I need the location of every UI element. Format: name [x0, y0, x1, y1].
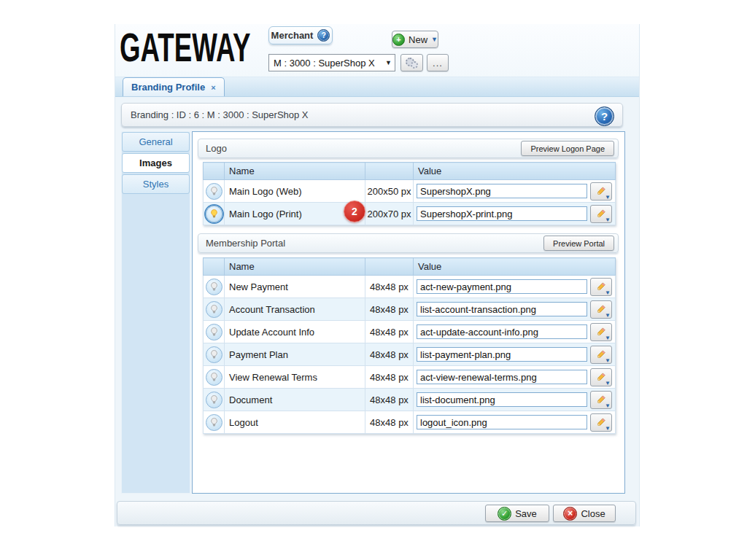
chevron-down-icon: ▼	[605, 402, 611, 409]
image-size: 48x48 px	[365, 321, 414, 343]
preview-portal-button[interactable]: Preview Portal	[543, 236, 614, 251]
more-button[interactable]: ...	[427, 54, 449, 71]
edit-image-button[interactable]: ▼	[590, 391, 612, 409]
image-size: 48x48 px	[365, 343, 414, 366]
edit-image-button[interactable]: ▼	[590, 368, 612, 386]
image-filename-input[interactable]	[417, 347, 587, 362]
tab-close-icon[interactable]: ×	[211, 83, 215, 92]
column-header-value: Value	[414, 258, 616, 276]
edit-image-button[interactable]: ▼	[590, 300, 612, 319]
image-size: 200x70 px	[365, 203, 414, 225]
app-header: GATEWAY Merchant ? + New ▼ M : 3000 : Su…	[115, 24, 639, 77]
edit-image-button[interactable]: ▼	[590, 346, 612, 364]
image-size: 48x48 px	[365, 276, 414, 298]
edit-image-button[interactable]: ▼	[590, 205, 612, 223]
plus-icon: +	[392, 34, 405, 46]
section-title: Membership Portal	[206, 238, 285, 249]
chevron-down-icon: ▼	[605, 312, 611, 319]
chevron-down-icon: ▼	[605, 217, 611, 223]
breadcrumb: Branding : ID : 6 : M : 3000 : SuperShop…	[131, 109, 309, 120]
portal-table: Name Value New Payment 48x48 px ▼	[203, 257, 616, 434]
edit-image-button[interactable]: ▼	[590, 182, 612, 201]
close-button-label: Close	[581, 508, 605, 519]
bulb-icon	[206, 392, 222, 408]
edit-image-button[interactable]: ▼	[590, 323, 612, 341]
chevron-down-icon: ▼	[605, 289, 611, 296]
image-size: 48x48 px	[365, 366, 414, 389]
sidebar-item-general[interactable]: General	[122, 132, 190, 152]
chevron-down-icon: ▼	[605, 357, 611, 364]
column-header-icon	[204, 258, 225, 276]
save-button[interactable]: ✓ Save	[485, 505, 549, 522]
image-filename-input[interactable]	[417, 324, 587, 339]
table-row: New Payment 48x48 px ▼	[204, 276, 616, 298]
new-button[interactable]: + New ▼	[392, 31, 438, 48]
merchant-select[interactable]: M : 3000 : SuperShop X	[268, 54, 395, 71]
preview-logon-page-button[interactable]: Preview Logon Page	[521, 141, 614, 156]
chevron-down-icon: ▼	[605, 194, 611, 201]
close-button[interactable]: × Close	[553, 505, 616, 522]
image-name: View Renewal Terms	[225, 366, 365, 389]
tab-branding-profile[interactable]: Branding Profile ×	[123, 77, 225, 96]
image-filename-input[interactable]	[417, 392, 587, 407]
logo-section-header: Logo Preview Logon Page	[198, 139, 619, 158]
bulb-icon	[206, 414, 222, 431]
image-size: 48x48 px	[365, 389, 414, 411]
chevron-down-icon: ▼	[431, 36, 438, 43]
image-size: 48x48 px	[365, 411, 414, 434]
merchant-select-wrap: M : 3000 : SuperShop X ▼	[268, 54, 395, 71]
logo-table: Name Value Main Logo (Web) 200x50 px ▼	[203, 162, 616, 225]
column-header-icon	[204, 163, 225, 180]
save-button-label: Save	[515, 508, 537, 519]
sidebar-item-styles[interactable]: Styles	[122, 174, 190, 194]
table-header-row: Name Value	[204, 258, 616, 276]
column-header-size	[365, 258, 414, 276]
help-button[interactable]: ?	[595, 106, 614, 126]
image-filename-input[interactable]	[417, 302, 587, 316]
content-panel: Logo Preview Logon Page Name Value Main …	[192, 131, 625, 494]
bulb-icon	[206, 324, 222, 341]
table-row: Main Logo (Web) 200x50 px ▼	[204, 180, 616, 203]
section-title: Logo	[206, 143, 227, 154]
table-row: Update Account Info 48x48 px ▼	[204, 321, 616, 343]
image-name: Update Account Info	[225, 321, 365, 343]
merchant-label: Merchant ?	[268, 26, 333, 44]
image-filename-input[interactable]	[417, 415, 587, 429]
image-name: Main Logo (Web)	[225, 180, 365, 203]
image-filename-input[interactable]	[417, 279, 587, 294]
bulb-icon	[206, 279, 222, 295]
table-row: View Renewal Terms 48x48 px ▼	[204, 366, 616, 389]
image-name: New Payment	[225, 276, 365, 298]
column-header-name: Name	[225, 163, 365, 180]
gateway-logo: GATEWAY	[120, 26, 251, 69]
bulb-on-icon	[206, 206, 222, 222]
edit-image-button[interactable]: ▼	[590, 413, 612, 432]
app-window: GATEWAY Merchant ? + New ▼ M : 3000 : Su…	[115, 24, 640, 526]
membership-section-header: Membership Portal Preview Portal	[198, 233, 619, 253]
image-size: 200x50 px	[365, 180, 414, 203]
bulb-icon	[206, 183, 222, 200]
settings-button[interactable]	[400, 54, 423, 71]
bulb-icon	[206, 369, 222, 386]
merchant-label-text: Merchant	[271, 30, 314, 41]
chevron-down-icon: ▼	[605, 425, 611, 432]
image-name: Account Transaction	[225, 298, 365, 321]
image-filename-input[interactable]	[417, 370, 587, 384]
tab-label: Branding Profile	[131, 82, 205, 93]
edit-image-button[interactable]: ▼	[590, 278, 612, 296]
table-row: Account Transaction 48x48 px ▼	[204, 298, 616, 321]
table-row: Document 48x48 px ▼	[204, 389, 616, 411]
gears-icon	[406, 57, 418, 69]
image-name: Logout	[225, 411, 365, 434]
image-filename-input[interactable]	[417, 184, 587, 198]
new-button-label: New	[409, 34, 427, 45]
sidebar-item-images[interactable]: Images	[122, 153, 190, 173]
save-check-icon: ✓	[498, 507, 511, 521]
chevron-down-icon: ▼	[605, 335, 611, 341]
breadcrumb-bar: Branding : ID : 6 : M : 3000 : SuperShop…	[121, 103, 623, 127]
table-row: Payment Plan 48x48 px ▼	[204, 343, 616, 366]
help-icon[interactable]: ?	[317, 29, 330, 42]
image-name: Payment Plan	[225, 343, 365, 366]
image-filename-input[interactable]	[417, 206, 587, 221]
column-header-value: Value	[414, 163, 616, 180]
